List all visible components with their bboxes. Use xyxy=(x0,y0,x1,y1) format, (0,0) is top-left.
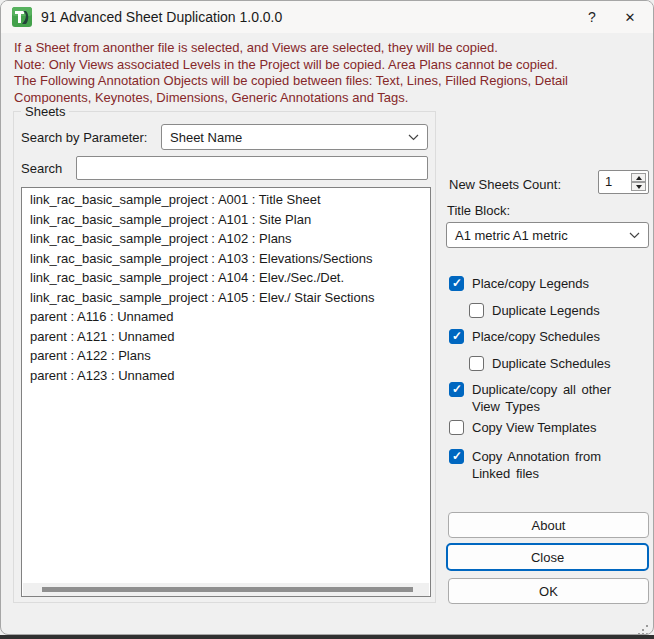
new-sheets-count-stepper[interactable]: 1 xyxy=(598,170,649,194)
list-item[interactable]: parent : A116 : Unnamed xyxy=(22,307,430,327)
checkbox-box[interactable] xyxy=(449,449,464,464)
checkbox-box[interactable] xyxy=(469,356,484,371)
checkbox-box[interactable] xyxy=(469,303,484,318)
stepper-up-button[interactable] xyxy=(631,173,646,182)
horizontal-scrollbar[interactable] xyxy=(23,583,429,596)
list-item[interactable]: link_rac_basic_sample_project : A102 : P… xyxy=(22,229,430,249)
title-block-dropdown[interactable]: A1 metric A1 metric xyxy=(446,222,649,248)
help-button[interactable]: ? xyxy=(573,1,611,33)
close-button[interactable]: Close xyxy=(446,543,649,571)
checkbox-duplicate-copy-all-other-view-types[interactable]: Duplicate/copy all other View Types xyxy=(449,382,640,415)
checkbox-place-copy-legends[interactable]: Place/copy Legends xyxy=(449,276,589,292)
about-button[interactable]: About xyxy=(448,512,649,538)
sheet-list: link_rac_basic_sample_project : A001 : T… xyxy=(22,190,430,385)
warning-line-2: Note: Only Views associated Levels in th… xyxy=(14,57,648,74)
search-parameter-selected-value: Sheet Name xyxy=(170,130,242,145)
checkbox-label: Copy View Templates xyxy=(472,419,597,436)
window-title: 91 Advanced Sheet Duplication 1.0.0.0 xyxy=(41,9,282,25)
new-sheets-count-value: 1 xyxy=(605,174,612,189)
checkbox-place-copy-schedules[interactable]: Place/copy Schedules xyxy=(449,329,600,345)
chevron-down-icon xyxy=(408,134,419,141)
checkbox-copy-annotation-from-linked-files[interactable]: Copy Annotation from Linked files xyxy=(449,449,640,482)
horizontal-scrollbar-thumb[interactable] xyxy=(42,587,413,592)
dialog-window: 91 Advanced Sheet Duplication 1.0.0.0 ? … xyxy=(0,0,654,635)
search-input[interactable] xyxy=(76,156,428,180)
checkbox-box[interactable] xyxy=(449,329,464,344)
warning-line-3: The Following Annotation Objects will be… xyxy=(14,73,648,106)
close-window-button[interactable]: ✕ xyxy=(611,1,649,33)
checkbox-box[interactable] xyxy=(449,276,464,291)
screen-bottom-edge xyxy=(0,635,654,639)
checkbox-duplicate-schedules[interactable]: Duplicate Schedules xyxy=(469,356,611,372)
search-parameter-dropdown[interactable]: Sheet Name xyxy=(161,124,428,150)
triangle-up-icon xyxy=(636,176,642,180)
warning-line-1: If a Sheet from anonther file is selecte… xyxy=(14,40,648,57)
checkbox-box[interactable] xyxy=(449,420,464,435)
list-item[interactable]: link_rac_basic_sample_project : A103 : E… xyxy=(22,249,430,269)
list-item[interactable]: parent : A123 : Unnamed xyxy=(22,366,430,386)
resize-grip[interactable] xyxy=(646,625,648,627)
app-logo-icon xyxy=(12,7,32,27)
checkbox-label: Place/copy Legends xyxy=(472,275,589,292)
checkbox-duplicate-legends[interactable]: Duplicate Legends xyxy=(469,303,600,319)
new-sheets-count-label: New Sheets Count: xyxy=(449,177,561,192)
list-item[interactable]: link_rac_basic_sample_project : A104 : E… xyxy=(22,268,430,288)
list-item[interactable]: parent : A122 : Plans xyxy=(22,346,430,366)
ok-button[interactable]: OK xyxy=(448,578,649,604)
chevron-down-icon xyxy=(629,232,640,239)
list-item[interactable]: link_rac_basic_sample_project : A101 : S… xyxy=(22,210,430,230)
checkbox-copy-view-templates[interactable]: Copy View Templates xyxy=(449,420,597,436)
checkbox-label: Duplicate/copy all other View Types xyxy=(472,381,640,415)
stepper-down-button[interactable] xyxy=(631,182,646,191)
title-block-label: Title Block: xyxy=(447,203,510,218)
title-block-selected-value: A1 metric A1 metric xyxy=(455,228,568,243)
sheet-listbox[interactable]: link_rac_basic_sample_project : A001 : T… xyxy=(21,187,431,597)
checkbox-label: Duplicate Schedules xyxy=(492,355,611,372)
list-item[interactable]: link_rac_basic_sample_project : A001 : T… xyxy=(22,190,430,210)
checkbox-label: Duplicate Legends xyxy=(492,302,600,319)
sheets-groupbox-label: Sheets xyxy=(21,104,69,119)
checkbox-label: Place/copy Schedules xyxy=(472,328,600,345)
search-label: Search xyxy=(21,161,62,176)
warning-text: If a Sheet from anonther file is selecte… xyxy=(14,40,648,106)
desktop-background: 91 Advanced Sheet Duplication 1.0.0.0 ? … xyxy=(0,0,654,639)
list-item[interactable]: link_rac_basic_sample_project : A105 : E… xyxy=(22,288,430,308)
list-item[interactable]: parent : A121 : Unnamed xyxy=(22,327,430,347)
triangle-down-icon xyxy=(636,185,642,189)
search-by-parameter-label: Search by Parameter: xyxy=(21,130,147,145)
checkbox-label: Copy Annotation from Linked files xyxy=(472,448,640,482)
checkbox-box[interactable] xyxy=(449,382,464,397)
title-bar[interactable]: 91 Advanced Sheet Duplication 1.0.0.0 ? … xyxy=(1,1,653,33)
